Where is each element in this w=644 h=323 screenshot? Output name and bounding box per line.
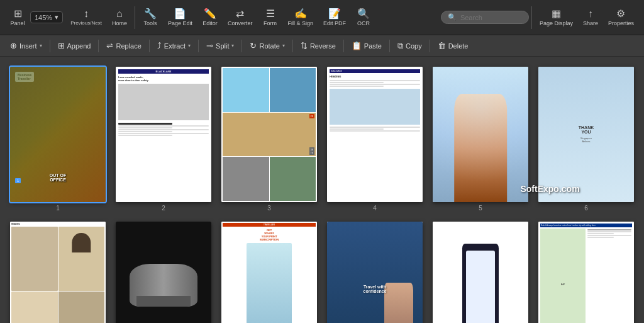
page-frame-11[interactable] [433,222,528,323]
page-frame-1[interactable]: BusinessTraveller OUT OFOFFICE 1 [10,67,106,202]
page-thumb-2[interactable]: BLACKLANE Less crowded roads,more door-t… [116,67,211,212]
append-button[interactable]: ⊞ Append [53,39,96,52]
page-frame-3[interactable]: 28 3876 [221,67,317,202]
page-edit-icon: 📄 [174,9,186,19]
share-icon: ↑ [588,9,593,19]
page-thumb-11[interactable]: 11 [433,222,528,323]
zoom-area[interactable]: 145% ▾ [30,11,63,23]
page-thumb-10[interactable]: Travel withconfidence BOOK YOUR TRIP 10 [327,222,423,323]
page-thumb-5[interactable]: 5 [433,67,528,212]
rotate-icon: ↻ [250,41,257,50]
sep-1 [50,40,50,52]
sep-7 [343,40,344,52]
paste-button[interactable]: 📋 Paste [347,39,387,52]
page-thumb-9[interactable]: TRAVELLER GET30%OFFYOUR PRINTSUBSCRIPTIO… [221,222,317,323]
edit-pdf-icon: 📝 [328,9,341,19]
home-button[interactable]: ⌂ Home [107,6,132,29]
copy-icon: ⧉ [397,41,403,51]
sep-5 [242,40,242,52]
page-display-icon: ▦ [552,9,561,19]
page-frame-9[interactable]: TRAVELLER GET30%OFFYOUR PRINTSUBSCRIPTIO… [221,222,317,323]
page-num-3: 3 [267,205,271,212]
panel-icon: ⊞ [14,9,22,19]
rotate-dropdown-icon: ▾ [282,43,285,48]
prev-next-icon: ↕ [84,9,89,19]
ocr-button[interactable]: 🔍 OCR [351,6,376,29]
editor-button[interactable]: ✏️ Editor [197,6,223,29]
divider-1 [135,6,135,29]
extract-button[interactable]: ⤴ Extract ▾ [152,39,196,52]
page-display-button[interactable]: ▦ Page Display [535,6,578,29]
pages-grid: BusinessTraveller OUT OFOFFICE 1 1 BLACK… [10,67,634,323]
sep-6 [292,40,293,52]
page-thumb-12[interactable]: British Airways launches routes from Lon… [538,222,634,323]
append-icon: ⊞ [58,41,65,50]
page-num-2: 2 [162,205,165,212]
page-frame-8[interactable]: Electrifying business [116,222,211,323]
page-thumb-3[interactable]: 28 3876 3 [221,67,317,212]
delete-button[interactable]: 🗑 Delete [433,39,474,52]
page-frame-10[interactable]: Travel withconfidence BOOK YOUR TRIP [327,222,423,323]
insert-button[interactable]: ⊕ Insert ▾ [5,39,47,52]
rotate-button[interactable]: ↻ Rotate ▾ [245,39,289,52]
page-num-4: 4 [373,205,377,212]
reverse-button[interactable]: ⇅ Reverse [296,39,341,52]
main-content: BusinessTraveller OUT OFOFFICE 1 1 BLACK… [0,57,644,323]
delete-icon: 🗑 [438,41,446,50]
edit-pdf-button[interactable]: 📝 Edit PDF [318,6,351,29]
converter-icon: ⇄ [236,9,244,19]
page-thumb-4[interactable]: BLACKLANE HEADING 4 [327,67,423,212]
home-icon: ⌂ [116,9,123,19]
insert-dropdown-icon: ▾ [40,43,42,48]
copy-button[interactable]: ⧉ Copy [392,39,427,53]
split-button[interactable]: ⊸ Split ▾ [201,39,239,52]
search-input[interactable] [460,14,522,21]
form-icon: ☰ [266,9,275,19]
converter-button[interactable]: ⇄ Converter [223,6,258,29]
page-frame-4[interactable]: BLACKLANE HEADING [327,67,423,202]
fill-sign-button[interactable]: ✍ Fill & Sign [283,6,319,29]
sep-4 [198,40,199,52]
page-thumb-8[interactable]: Electrifying business 8 [116,222,211,323]
search-icon: 🔍 [448,13,457,21]
share-button[interactable]: ↑ Share [578,6,603,29]
second-toolbar: ⊕ Insert ▾ ⊞ Append ⇌ Replace ⤴ Extract … [0,35,644,57]
replace-icon: ⇌ [106,41,113,50]
divider-2 [531,6,532,29]
page-thumb-1[interactable]: BusinessTraveller OUT OFOFFICE 1 1 [10,67,106,212]
sep-2 [98,40,99,52]
reverse-icon: ⇅ [301,41,308,50]
page-num-5: 5 [479,205,482,212]
form-button[interactable]: ☰ Form [258,6,283,29]
page-thumb-6[interactable]: THANKYOU SingaporeAirlines 6 [538,67,634,212]
extract-icon: ⤴ [157,41,162,50]
page-frame-12[interactable]: British Airways launches routes from Lon… [538,222,634,323]
zoom-value: 145% [35,14,52,21]
zoom-chevron-icon: ▾ [55,13,58,21]
sep-8 [389,40,390,52]
page-frame-5[interactable] [433,67,528,202]
ocr-icon: 🔍 [357,9,370,19]
paste-icon: 📋 [352,41,362,50]
page-frame-7[interactable]: HEADING [10,222,106,323]
search-box[interactable]: 🔍 [441,11,529,24]
tools-icon: 🔧 [144,9,157,19]
panel-button[interactable]: ⊞ Panel [5,6,30,29]
page-frame-6[interactable]: THANKYOU SingaporeAirlines [538,67,634,202]
insert-icon: ⊕ [10,41,17,50]
editor-icon: ✏️ [204,9,216,19]
properties-icon: ⚙ [616,9,625,19]
page-frame-2[interactable]: BLACKLANE Less crowded roads,more door-t… [116,67,211,202]
prev-next-button[interactable]: ↕ Previous/Next [65,6,107,28]
sep-9 [430,40,430,52]
split-dropdown-icon: ▾ [231,43,234,48]
page-num-6: 6 [584,205,588,212]
page-thumb-7[interactable]: HEADING 7 [10,222,106,323]
top-toolbar: ⊞ Panel 145% ▾ ↕ Previous/Next ⌂ Home 🔧 … [0,0,644,35]
page-edit-button[interactable]: 📄 Page Edit [163,6,197,29]
tools-button[interactable]: 🔧 Tools [138,6,163,29]
split-icon: ⊸ [206,41,213,50]
properties-button[interactable]: ⚙ Properties [603,6,639,29]
fill-sign-icon: ✍ [294,9,307,19]
replace-button[interactable]: ⇌ Replace [101,39,146,52]
